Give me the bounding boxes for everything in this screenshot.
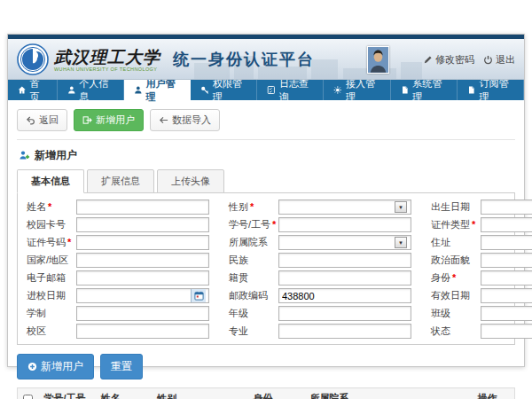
political-status-input[interactable]: [481, 253, 532, 268]
education-length-input[interactable]: [76, 306, 209, 321]
user-avatar[interactable]: [367, 46, 389, 74]
select-all-checkbox[interactable]: [23, 395, 33, 399]
required-asterisk: *: [48, 201, 51, 212]
university-name: 武汉理工大学: [54, 48, 160, 66]
class-input[interactable]: [481, 306, 532, 321]
field-label: 年级: [229, 308, 248, 318]
status-input[interactable]: [481, 324, 532, 339]
birth-date-input[interactable]: [481, 200, 532, 215]
native-place-input[interactable]: [278, 270, 411, 286]
tab-extended-info[interactable]: 扩展信息: [87, 169, 154, 193]
field-id-number: 证件号码*: [21, 235, 223, 250]
col-department: 所属院系: [305, 388, 473, 399]
content-area: 返回 新增用户 数据导入 新增用户 基本信息 扩展信息 上传头像: [8, 100, 524, 399]
col-actions: 操作: [473, 388, 515, 399]
nav-label: 用户管理: [146, 77, 181, 104]
field-department: 所属院系* ▼: [223, 235, 426, 250]
users-table: 学号/工号 姓名 性别 身份 所属院系 操作: [17, 387, 515, 399]
form-tabs: 基本信息 扩展信息 上传头像: [17, 169, 515, 193]
section-header: 新增用户: [19, 148, 515, 163]
document-icon: [401, 85, 410, 95]
data-import-button[interactable]: 数据导入: [150, 109, 220, 131]
name-input[interactable]: [76, 200, 209, 215]
field-native-place: 籍贯*: [223, 270, 426, 286]
nav-item-access-management[interactable]: 接入管理: [324, 80, 390, 100]
country-input[interactable]: [76, 253, 209, 268]
chevron-down-icon[interactable]: ▼: [395, 237, 407, 248]
field-label: 班级: [431, 308, 450, 318]
home-icon: [18, 85, 27, 95]
email-input[interactable]: [76, 270, 209, 286]
ethnicity-input[interactable]: [278, 253, 411, 268]
field-label: 状态: [431, 325, 450, 336]
address-input[interactable]: [481, 235, 532, 250]
nav-item-user-management[interactable]: 用户管理: [124, 80, 191, 100]
change-password-label: 修改密码: [435, 53, 474, 66]
key-icon: [200, 85, 209, 95]
field-label: 国家/地区: [27, 254, 68, 265]
power-icon: [483, 55, 493, 65]
gender-select[interactable]: ▼: [278, 200, 411, 215]
field-label: 姓名: [27, 201, 46, 212]
basic-info-panel: 姓名* 性别* ▼ 出生日期* 校园卡号* 学号/工号*: [17, 192, 515, 345]
col-student-id: 学号/工号: [39, 388, 96, 399]
tab-label: 扩展信息: [101, 176, 140, 186]
nav-item-personal-info[interactable]: 个人信息: [58, 80, 124, 100]
field-label: 民族: [229, 254, 248, 265]
university-name-en: WUHAN UNIVERSITY OF TECHNOLOGY: [54, 66, 160, 72]
field-label: 有效日期: [431, 290, 470, 301]
data-import-label: 数据导入: [172, 113, 211, 127]
reset-button[interactable]: 重置: [100, 354, 143, 379]
back-button[interactable]: 返回: [17, 109, 67, 131]
field-label: 所属院系: [229, 237, 268, 247]
nav-item-permission-management[interactable]: 权限管理: [191, 80, 257, 100]
screenshot-stage: 武汉理工大学 WUHAN UNIVERSITY OF TECHNOLOGY 统一…: [0, 0, 532, 399]
identity-input[interactable]: [481, 270, 532, 286]
form-grid: 姓名* 性别* ▼ 出生日期* 校园卡号* 学号/工号*: [21, 200, 511, 339]
calendar-icon[interactable]: [191, 289, 206, 302]
submit-new-user-button[interactable]: 新增用户: [17, 354, 94, 379]
valid-date-input[interactable]: [481, 288, 532, 303]
nav-item-system-management[interactable]: 系统管理: [391, 80, 458, 100]
new-user-toolbar-button[interactable]: 新增用户: [74, 109, 144, 131]
enrollment-date-input[interactable]: [76, 288, 209, 303]
nav-item-subscription-management[interactable]: 订阅管理: [458, 80, 524, 100]
tab-basic-info[interactable]: 基本信息: [17, 169, 84, 193]
postal-code-input[interactable]: [278, 288, 411, 303]
field-valid-date: 有效日期*: [426, 288, 532, 303]
header: 武汉理工大学 WUHAN UNIVERSITY OF TECHNOLOGY 统一…: [8, 39, 524, 80]
field-label: 身份: [431, 272, 450, 283]
nav-label: 首页: [30, 77, 47, 104]
field-political-status: 政治面貌*: [426, 253, 532, 268]
department-select[interactable]: ▼: [278, 235, 411, 250]
field-label: 进校日期: [27, 290, 66, 301]
tab-upload-avatar[interactable]: 上传头像: [157, 169, 224, 193]
student-id-input[interactable]: [278, 217, 411, 232]
nav-item-home[interactable]: 首页: [8, 80, 58, 100]
field-label: 政治面貌: [431, 254, 470, 265]
header-user-area: 修改密码 退出: [367, 39, 515, 80]
nav-item-log-query[interactable]: 日志查询: [257, 80, 324, 100]
nav-label: 接入管理: [346, 77, 380, 104]
change-password-link[interactable]: 修改密码: [423, 53, 474, 66]
campus-card-input[interactable]: [76, 217, 209, 232]
nav-label: 日志查询: [279, 77, 314, 104]
field-label: 专业: [229, 325, 248, 336]
major-input[interactable]: [278, 324, 411, 339]
chevron-down-icon[interactable]: ▼: [395, 201, 407, 213]
campus-input[interactable]: [76, 324, 209, 339]
field-country: 国家/地区*: [21, 253, 223, 268]
field-label: 学制: [27, 308, 46, 318]
field-label: 校区: [27, 325, 46, 336]
id-number-input[interactable]: [76, 235, 209, 250]
id-type-input[interactable]: [481, 217, 532, 232]
required-asterisk: *: [250, 201, 254, 212]
nav-label: 系统管理: [412, 77, 447, 104]
nav-label: 订阅管理: [479, 77, 513, 104]
logout-link[interactable]: 退出: [483, 53, 515, 66]
import-arrow-icon: [159, 115, 168, 125]
grade-input[interactable]: [278, 306, 411, 321]
field-gender: 性别* ▼: [223, 200, 426, 215]
plus-circle-icon: [27, 362, 37, 372]
field-status: 状态*: [426, 324, 532, 339]
